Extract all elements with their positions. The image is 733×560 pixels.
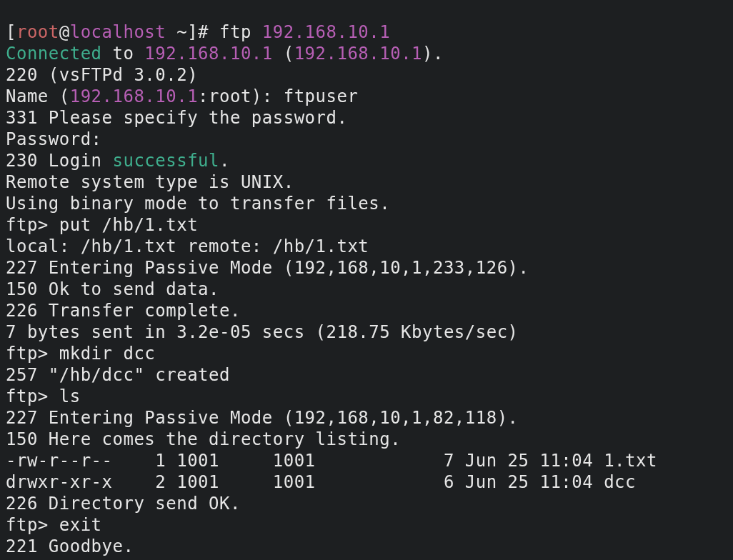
bracket-close: ]# xyxy=(187,22,219,42)
line-18: ftp> ls xyxy=(6,386,81,406)
name-ip: 192.168.10.1 xyxy=(70,86,198,106)
line-24: ftp> exit xyxy=(6,515,102,535)
line-10: ftp> put /hb/1.txt xyxy=(6,215,198,235)
line-22: drwxr-xr-x 2 1001 1001 6 Jun 25 11:04 dc… xyxy=(6,472,636,492)
successful-word: successful xyxy=(113,151,220,171)
login-code: 230 Login xyxy=(6,151,113,171)
prompt-dir: ~ xyxy=(166,22,187,42)
prompt-user: root xyxy=(16,22,59,42)
line-25: 221 Goodbye. xyxy=(6,536,134,556)
line-4: Name (192.168.10.1:root): ftpuser xyxy=(6,86,358,106)
prompt-host: localhost xyxy=(70,22,166,42)
cmd-ftp: ftp xyxy=(219,22,262,42)
line-1: [root@localhost ~]# ftp 192.168.10.1 xyxy=(6,22,390,42)
line-5: 331 Please specify the password. xyxy=(6,108,347,128)
ip-2: 192.168.10.1 xyxy=(294,44,422,64)
line-8: Remote system type is UNIX. xyxy=(6,172,294,192)
line-9: Using binary mode to transfer files. xyxy=(6,194,390,214)
line-21: -rw-r--r-- 1 1001 1001 7 Jun 25 11:04 1.… xyxy=(6,451,657,471)
line-7: 230 Login successful. xyxy=(6,151,230,171)
paren-close: ). xyxy=(422,44,444,64)
connected-word: Connected xyxy=(6,44,102,64)
line-14: 226 Transfer complete. xyxy=(6,301,241,321)
line-6: Password: xyxy=(6,129,102,149)
paren-open: ( xyxy=(273,44,294,64)
line-11: local: /hb/1.txt remote: /hb/1.txt xyxy=(6,236,369,256)
login-period: . xyxy=(219,151,230,171)
name-rest: :root): ftpuser xyxy=(198,86,358,106)
line-17: 257 "/hb/dcc" created xyxy=(6,365,230,385)
line-19: 227 Entering Passive Mode (192,168,10,1,… xyxy=(6,408,519,428)
line-20: 150 Here comes the directory listing. xyxy=(6,429,401,449)
at-sign: @ xyxy=(59,22,70,42)
name-label: Name ( xyxy=(6,86,70,106)
line-12: 227 Entering Passive Mode (192,168,10,1,… xyxy=(6,258,529,278)
line-16: ftp> mkdir dcc xyxy=(6,344,155,364)
terminal-output[interactable]: [root@localhost ~]# ftp 192.168.10.1 Con… xyxy=(0,0,733,560)
cmd-ip: 192.168.10.1 xyxy=(262,22,390,42)
line-13: 150 Ok to send data. xyxy=(6,279,219,299)
to-word: to xyxy=(102,44,145,64)
line-15: 7 bytes sent in 3.2e-05 secs (218.75 Kby… xyxy=(6,322,519,342)
line-2: Connected to 192.168.10.1 (192.168.10.1)… xyxy=(6,44,444,64)
line-3: 220 (vsFTPd 3.0.2) xyxy=(6,65,198,85)
bracket-open: [ xyxy=(6,22,16,42)
line-23: 226 Directory send OK. xyxy=(6,494,241,514)
ip-1: 192.168.10.1 xyxy=(144,44,272,64)
